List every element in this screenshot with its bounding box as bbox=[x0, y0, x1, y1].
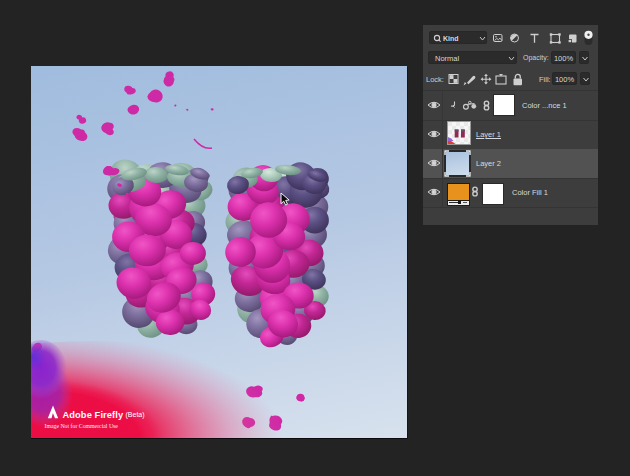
svg-text:Image Not for Commercial Use: Image Not for Commercial Use bbox=[45, 423, 119, 429]
svg-text:Adobe Firefly: Adobe Firefly bbox=[63, 410, 124, 420]
svg-text:(Beta): (Beta) bbox=[126, 411, 145, 419]
